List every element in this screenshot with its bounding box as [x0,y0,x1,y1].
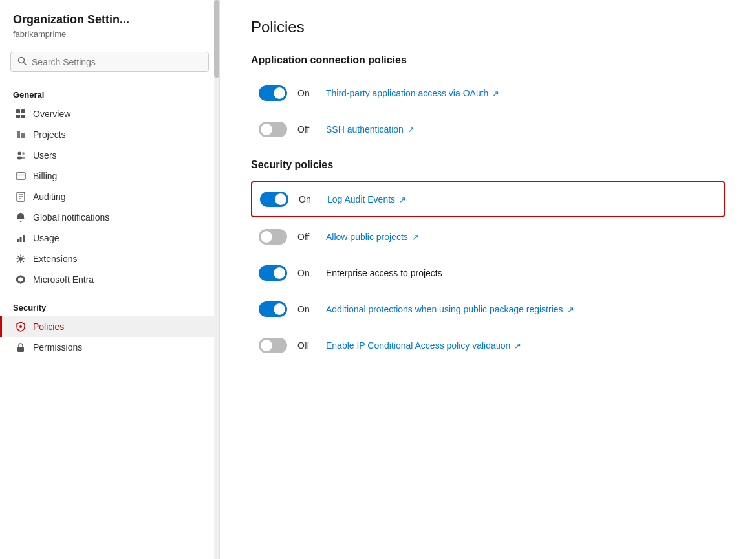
sidebar-item-users[interactable]: Users [0,145,219,166]
toggle-label-enterprise-access: On [297,268,316,278]
usage-icon [15,232,27,244]
grid-icon [15,108,27,120]
general-section-label: General [0,82,219,104]
sidebar-item-billing-label: Billing [33,171,57,181]
toggle-public-projects[interactable] [259,229,287,245]
policy-row-log-audit: On Log Audit Events ↗ [251,181,725,217]
svg-point-21 [19,257,23,261]
policy-row-ip-conditional: Off Enable IP Conditional Access policy … [251,329,725,362]
toggle-additional-protections[interactable] [259,301,287,317]
sidebar-item-policies[interactable]: Policies [0,316,219,337]
svg-rect-20 [23,235,25,242]
org-subtitle: fabrikamprime [13,29,206,39]
sidebar-item-extensions[interactable]: Extensions [0,248,219,269]
svg-rect-12 [16,173,25,179]
sidebar-item-policies-label: Policies [33,322,64,332]
main-content: Policies Application connection policies… [220,0,756,559]
toggle-label-public-projects: Off [297,232,316,242]
lock-icon [15,342,27,353]
search-input[interactable] [32,57,202,67]
page-title: Policies [251,18,725,36]
policy-name-public-projects: Allow public projects ↗ [326,232,419,242]
toggle-knob-oauth [274,87,285,99]
policy-row-oauth: On Third-party application access via OA… [251,76,725,110]
sidebar-item-permissions-label: Permissions [33,342,82,353]
sidebar-item-permissions[interactable]: Permissions [0,337,219,358]
link-icon-additional-protections[interactable]: ↗ [567,305,574,314]
svg-rect-7 [21,133,25,138]
toggle-ip-conditional[interactable] [259,338,287,353]
svg-rect-4 [16,115,20,118]
svg-point-10 [22,152,25,155]
extensions-icon [15,253,27,265]
link-icon-log-audit[interactable]: ↗ [399,195,406,204]
svg-rect-3 [21,109,25,113]
security-section-label: Security [0,295,219,316]
svg-rect-2 [16,109,20,113]
toggle-log-audit[interactable] [260,192,288,207]
sidebar-item-overview[interactable]: Overview [0,104,219,124]
users-icon [15,149,27,161]
sidebar-item-projects[interactable]: Projects [0,124,219,145]
scrollbar-thumb[interactable] [214,0,219,78]
link-icon-public-projects[interactable]: ↗ [412,232,419,242]
svg-point-24 [19,325,22,328]
security-policies-heading: Security policies [251,159,725,171]
sidebar-item-entra-label: Microsoft Entra [33,274,94,285]
sidebar-item-overview-label: Overview [33,109,70,119]
toggle-label-additional-protections: On [297,304,316,314]
toggle-knob-log-audit [275,193,286,205]
policy-name-oauth: Third-party application access via OAuth… [326,88,499,98]
org-title: Organization Settin... [13,13,206,27]
toggle-knob-ip-conditional [261,340,272,351]
sidebar-item-auditing[interactable]: Auditing [0,186,219,207]
sidebar-item-auditing-label: Auditing [33,192,66,202]
svg-line-1 [24,63,27,65]
policy-name-additional-protections: Additional protections when using public… [326,304,574,314]
policy-name-ssh: SSH authentication ↗ [326,124,415,135]
toggle-label-oauth: On [297,88,316,98]
toggle-ssh[interactable] [259,122,287,137]
policy-name-ip-conditional: Enable IP Conditional Access policy vali… [326,340,521,351]
svg-rect-19 [20,237,22,242]
sidebar-item-billing[interactable]: Billing [0,166,219,186]
toggle-oauth[interactable] [259,85,287,101]
search-box[interactable] [10,52,209,72]
billing-icon [15,170,27,182]
policy-row-ssh: Off SSH authentication ↗ [251,113,725,146]
shield-icon [15,321,27,333]
sidebar-item-usage-label: Usage [33,233,59,243]
svg-rect-5 [21,115,25,118]
sidebar-item-global-notifications[interactable]: Global notifications [0,207,219,228]
entra-icon [15,274,27,285]
sidebar-item-notifications-label: Global notifications [33,212,109,223]
policy-name-log-audit: Log Audit Events ↗ [327,194,406,204]
svg-point-11 [21,157,25,159]
toggle-label-ssh: Off [297,124,316,135]
app-connection-section: Application connection policies On Third… [251,54,725,146]
toggle-knob-additional-protections [274,303,285,315]
link-icon-ssh[interactable]: ↗ [407,125,415,135]
toggle-label-ip-conditional: Off [297,340,316,351]
policy-row-additional-protections: On Additional protections when using pub… [251,292,725,326]
policy-row-enterprise-access: On Enterprise access to projects [251,256,725,290]
svg-rect-18 [17,239,19,242]
sidebar-item-microsoft-entra[interactable]: Microsoft Entra [0,269,219,290]
sidebar-item-usage[interactable]: Usage [0,228,219,248]
svg-point-9 [17,157,22,160]
sidebar-content: General Overview Projects [0,82,219,559]
security-policies-section: Security policies On Log Audit Events ↗ … [251,159,725,362]
svg-rect-25 [17,347,24,352]
toggle-knob-ssh [261,124,272,135]
sidebar-item-extensions-label: Extensions [33,254,77,264]
link-icon-ip-conditional[interactable]: ↗ [514,341,521,351]
toggle-knob-enterprise-access [274,267,285,279]
auditing-icon [15,191,27,203]
toggle-knob-public-projects [261,231,272,243]
policy-row-public-projects: Off Allow public projects ↗ [251,220,725,254]
svg-rect-6 [17,131,20,138]
toggle-enterprise-access[interactable] [259,265,287,281]
sidebar-item-users-label: Users [33,150,57,160]
scrollbar[interactable] [214,0,219,559]
link-icon-oauth[interactable]: ↗ [492,89,499,98]
